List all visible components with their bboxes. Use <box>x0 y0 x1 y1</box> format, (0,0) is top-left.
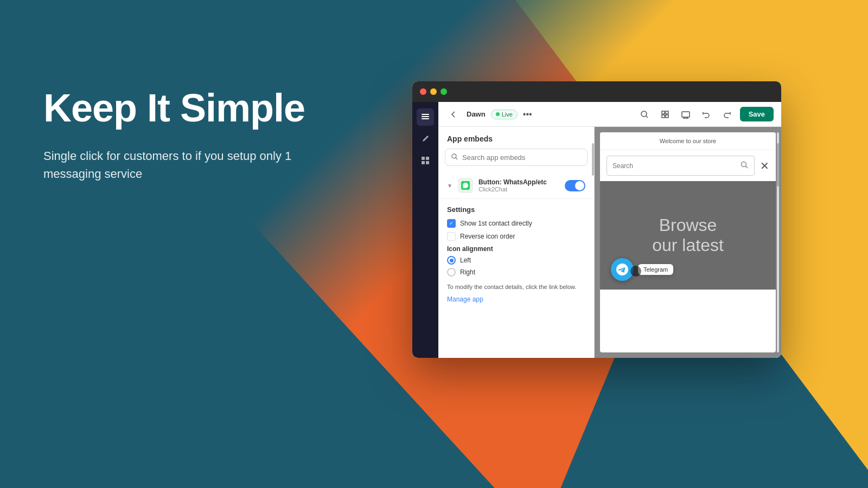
checkbox-row-2: Reverse icon order <box>447 232 585 241</box>
app-embed-icon <box>458 178 473 193</box>
panel-scrollbar[interactable] <box>592 143 594 176</box>
browse-text-container: Browse our latest <box>652 215 724 255</box>
preview-search-box[interactable] <box>607 156 755 176</box>
search-bar-icon <box>451 153 458 162</box>
svg-rect-5 <box>422 161 425 164</box>
browser-window: Dawn Live ••• <box>412 81 781 358</box>
preview-scrollbar-track <box>777 132 779 352</box>
live-badge: Live <box>491 110 518 119</box>
checkbox-row-1: Show 1st contact directly <box>447 219 585 228</box>
traffic-light-red[interactable] <box>420 88 426 95</box>
search-button[interactable] <box>637 107 652 122</box>
svg-rect-0 <box>422 114 429 115</box>
hero-headline: Keep It Simple <box>43 87 326 130</box>
cursor-indicator <box>630 266 641 277</box>
radio-label-right: Right <box>460 268 475 276</box>
theme-editor: Dawn Live ••• <box>438 102 781 358</box>
svg-rect-9 <box>666 111 668 114</box>
sidebar-icon-home[interactable] <box>417 108 434 126</box>
browse-text: Browse <box>652 215 724 235</box>
app-embed-subname: Click2Chat <box>478 186 559 192</box>
svg-rect-8 <box>662 111 665 114</box>
checkbox-label-2: Reverse icon order <box>460 233 515 240</box>
more-options-button[interactable]: ••• <box>523 110 532 119</box>
manage-app-link[interactable]: Manage app <box>447 296 483 303</box>
svg-rect-1 <box>422 116 429 117</box>
hero-content: Keep It Simple Single click for customer… <box>43 87 326 183</box>
select-button[interactable] <box>658 107 673 122</box>
telegram-float: Telegram <box>611 258 673 281</box>
preview-topbar: Welcome to our store <box>600 132 776 150</box>
app-embed-name: Button: WhatsApp/etc <box>478 178 559 186</box>
save-button[interactable]: Save <box>740 107 774 121</box>
app-embed-info: Button: WhatsApp/etc Click2Chat <box>478 178 559 192</box>
browser-titlebar <box>412 81 781 102</box>
preview-close-button[interactable]: ✕ <box>760 159 769 172</box>
radio-row-left: Left <box>447 256 585 265</box>
checkbox-show-contact[interactable] <box>447 219 456 228</box>
radio-group-alignment: Icon alignment Left Right <box>447 245 585 277</box>
browser-content: Dawn Live ••• <box>412 102 781 358</box>
checkbox-label-1: Show 1st contact directly <box>460 220 532 227</box>
expand-icon[interactable]: ▼ <box>447 183 452 189</box>
preview-search-icon <box>740 160 749 171</box>
left-panel: App embeds ▼ <box>438 127 595 358</box>
search-app-embeds-input[interactable] <box>462 153 582 162</box>
svg-rect-12 <box>682 112 690 117</box>
traffic-light-green[interactable] <box>441 88 447 95</box>
svg-point-13 <box>452 154 456 158</box>
preview-pane: Welcome to our store <box>595 127 781 358</box>
svg-point-7 <box>641 111 647 117</box>
live-label: Live <box>502 111 513 118</box>
redo-button[interactable] <box>719 107 735 122</box>
search-row: ✕ <box>607 156 769 176</box>
preview-scrollbar-thumb[interactable] <box>777 143 779 187</box>
editor-main: App embeds ▼ <box>438 127 781 358</box>
radio-row-right: Right <box>447 268 585 277</box>
panel-header: App embeds <box>438 127 594 149</box>
preview-search-area: ✕ <box>600 150 776 181</box>
store-name: Dawn <box>467 110 486 118</box>
svg-rect-3 <box>422 157 425 160</box>
radio-group-label: Icon alignment <box>447 245 585 253</box>
sidebar-icon-customize[interactable] <box>417 130 434 147</box>
search-bar[interactable] <box>445 149 588 166</box>
toolbar: Dawn Live ••• <box>438 102 781 127</box>
settings-section: Settings Show 1st contact directly Rever… <box>438 199 594 310</box>
preview-store-name: Welcome to our store <box>660 138 716 144</box>
svg-rect-4 <box>426 157 429 160</box>
sidebar-icon-apps[interactable] <box>417 152 434 169</box>
live-dot <box>496 112 500 116</box>
traffic-light-yellow[interactable] <box>430 88 437 95</box>
radio-label-left: Left <box>460 256 471 264</box>
radio-left[interactable] <box>447 256 456 265</box>
preview-search-input[interactable] <box>612 162 737 170</box>
latest-text: our latest <box>652 235 724 255</box>
svg-rect-10 <box>662 115 665 118</box>
app-embed-toggle[interactable] <box>565 180 585 191</box>
preview-inner: Welcome to our store <box>600 132 776 352</box>
svg-rect-11 <box>666 115 668 118</box>
contact-note: To modify the contact details, click the… <box>447 283 585 291</box>
radio-right[interactable] <box>447 268 456 277</box>
preview-image-area: Browse our latest Telegram <box>600 181 776 290</box>
svg-rect-6 <box>426 161 429 164</box>
app-embed-item: ▼ Button: WhatsApp/etc Click2Chat <box>438 172 594 199</box>
undo-button[interactable] <box>699 107 714 122</box>
back-button[interactable] <box>446 107 461 122</box>
hero-subtext: Single click for customers to if you set… <box>43 147 326 183</box>
settings-label: Settings <box>447 206 585 214</box>
checkbox-reverse-icon[interactable] <box>447 232 456 241</box>
shopify-sidebar <box>412 102 438 358</box>
svg-rect-2 <box>422 118 429 119</box>
preview-button[interactable] <box>678 107 693 122</box>
svg-point-15 <box>742 162 746 167</box>
telegram-tooltip: Telegram <box>638 264 673 275</box>
